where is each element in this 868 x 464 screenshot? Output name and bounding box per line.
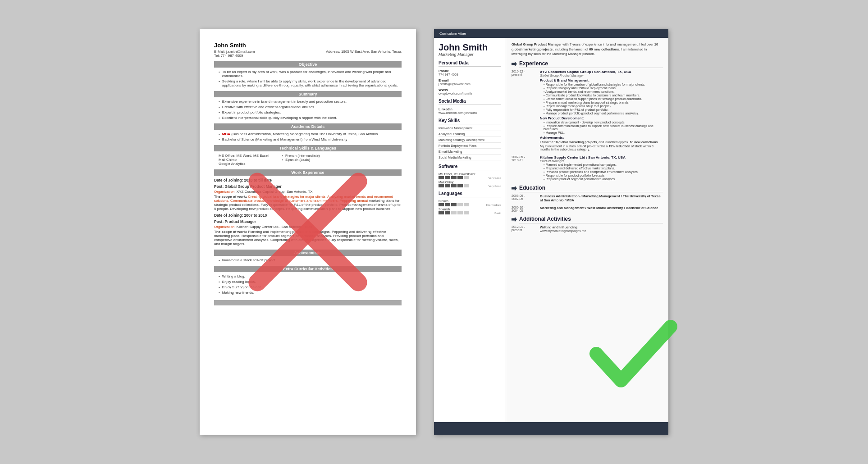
www-value: cv.uptowork.com/j.smith xyxy=(439,92,501,95)
skill-6: Social Media Marketing xyxy=(439,156,501,160)
edu-entry2-date: 2000-10 -2004-05 xyxy=(512,206,536,212)
exp-job2-b3: Provided product portfolios and competit… xyxy=(540,170,663,173)
achievements-header: Achievements xyxy=(214,250,402,256)
bar-b4 xyxy=(457,176,463,179)
exp-job1-ach1: I finalized 10 global marketing projects… xyxy=(540,141,663,144)
acad-1: MBA (Business Administration, Marketing … xyxy=(214,132,402,136)
bar2-b3 xyxy=(451,184,457,187)
obj-bullet-1: To be an expert in my area of work, with… xyxy=(214,70,402,78)
exp-job2: 2007-09 -2010-11 Kitchen Supply Center L… xyxy=(512,155,663,181)
lang1-b1 xyxy=(439,203,444,206)
edu-entry1-row: 2005-09 -2007-05 Business Administration… xyxy=(512,194,663,202)
phone-label: Phone xyxy=(439,69,501,73)
left-resume-wrapper: John Smith E-Mail: j.smith@mail.com Addr… xyxy=(200,29,416,435)
lang1-b5 xyxy=(464,203,469,206)
exp-job1-company: XYZ Cosmetics Capital Group / San Antoni… xyxy=(540,70,663,74)
exp-job2-b1: Planned and implemented promotional camp… xyxy=(540,163,663,166)
edu-entry1-content: Business Administration / Marketing Mana… xyxy=(540,194,663,202)
left-footer-bar xyxy=(214,300,402,305)
lang2-b3 xyxy=(451,211,457,214)
add-section-title: Additional Activities xyxy=(519,216,663,223)
edu-entry2: 2000-10 -2004-05 Marketing and Managemen… xyxy=(512,206,663,212)
exp-job1-sub1-title: Product & Brand Management: xyxy=(540,78,663,82)
edu-entry2-content: Marketing and Management / West Miami Un… xyxy=(540,206,663,212)
lang2-b2 xyxy=(445,211,450,214)
software-1-label: Very Good xyxy=(489,177,501,179)
extra-3: Enjoy Surfing on the net. xyxy=(214,285,402,289)
exp-job2-b5: Prepared product segment performance ana… xyxy=(540,177,663,181)
linkedin-value: www.linkedin.com/johnsutw xyxy=(439,111,501,114)
sum-3: Expert in product portfolio strategies. xyxy=(214,110,402,114)
left-resume: John Smith E-Mail: j.smith@mail.com Addr… xyxy=(200,29,416,435)
left-contact-row: E-Mail: j.smith@mail.com Address: 1905 W… xyxy=(214,50,402,54)
extra-1: Writing a blog. xyxy=(214,274,402,278)
cv-header: Curriculum Vitae xyxy=(434,29,668,38)
skill-3: Marketing Strategy Development xyxy=(439,138,501,143)
add-arrow-icon xyxy=(512,217,517,222)
sum-1: Extensive experience in brand management… xyxy=(214,100,402,104)
edu-section-title: Education xyxy=(519,185,663,192)
lang1-b2 xyxy=(445,203,450,206)
lang2-b4 xyxy=(457,211,463,214)
exp-job1-b7: Project management (teams of up to 5 peo… xyxy=(540,105,663,108)
extra-2: Enjoy reading books. xyxy=(214,280,402,284)
work-job1: Date of Joining: 2010 to till date Post:… xyxy=(214,178,402,211)
left-name: John Smith xyxy=(214,42,402,49)
lang-2-label: Basic xyxy=(494,212,501,214)
lang-1: French Intermediate xyxy=(439,200,501,206)
bar-b5 xyxy=(464,176,469,179)
objective-header: Objective xyxy=(214,61,402,68)
left-address: Address: 1905 W East Ave, San Antonio, T… xyxy=(326,50,402,54)
work-header: Work Experience xyxy=(214,169,402,176)
lang-2-bar: Basic xyxy=(439,211,501,214)
exp-job1-role: Global Group Product Manager xyxy=(540,74,663,77)
bar2-b1 xyxy=(439,184,444,187)
right-resume-wrapper: Curriculum Vitae John Smith Marketing Ma… xyxy=(434,29,668,435)
add-entry1-row: 2012-01 -present Writing and Influencing… xyxy=(512,225,663,232)
www-label: WWW xyxy=(439,88,501,92)
sum-2: Creative with effective and efficient or… xyxy=(214,105,402,109)
bar-b1 xyxy=(439,176,444,179)
cv-label: Curriculum Vitae xyxy=(439,32,466,36)
edu-section-header: Education xyxy=(512,185,663,192)
exp-job2-date: 2007-09 -2010-11 xyxy=(512,155,536,181)
software-1-bar: Very Good xyxy=(439,176,501,179)
acad-2: Bachelor of Science (Marketing and Manag… xyxy=(214,137,402,141)
lang2-b5 xyxy=(464,211,469,214)
add-section-header: Additional Activities xyxy=(512,216,663,223)
cv-body: John Smith Marketing Manager Personal Da… xyxy=(434,38,668,422)
right-name: John Smith xyxy=(439,42,501,52)
exp-section-header: Experience xyxy=(512,60,663,68)
phone-value: 774-987-4009 xyxy=(439,73,501,76)
lang-2: Spanish Basic xyxy=(439,208,501,214)
extra-4: Making new friends. xyxy=(214,291,402,295)
right-title: Marketing Manager xyxy=(439,52,501,57)
add-entry1: 2012-01 -present Writing and Influencing… xyxy=(512,225,663,232)
skills-header: Technical Skills & Languages xyxy=(214,145,402,151)
skills-cols: MS Office: MS Word, MS Excel Mail Chimp … xyxy=(214,154,402,166)
exp-arrow-icon xyxy=(512,61,517,67)
edu-entry1: 2005-09 -2007-05 Business Administration… xyxy=(512,194,663,202)
bar-b3 xyxy=(451,176,457,179)
bar2-b5 xyxy=(464,184,469,187)
exp-job1-b1: Responsible for the creation of global b… xyxy=(540,83,663,86)
exp-job1-header: 2010-12 -present XYZ Cosmetics Capital G… xyxy=(512,70,663,152)
software-2: Mail Chimp Very Good xyxy=(439,181,501,187)
academic-header: Academic Details xyxy=(214,123,402,130)
software-title: Software xyxy=(439,164,501,170)
left-email: E-Mail: j.smith@mail.com xyxy=(214,50,255,54)
skill-4: Portfolio Deployment Plans xyxy=(439,144,501,149)
software-2-label: Very Good xyxy=(489,185,501,187)
skills-col2: • French (intermediate) • Spanish (basic… xyxy=(282,154,320,166)
key-skills-title: Key Skills xyxy=(439,118,501,124)
add-entry1-content: Writing and Influencing www.mymarketingc… xyxy=(540,225,663,232)
exp-job2-role: Product Manager xyxy=(540,159,663,163)
summary-header: Summary xyxy=(214,91,402,97)
exp-job2-content: Kitchen Supply Center Ltd / San Antonio,… xyxy=(540,155,663,181)
right-footer-bar xyxy=(434,422,668,435)
exp-job1-ach-title: Achievements: xyxy=(540,136,663,140)
languages-title: Languages xyxy=(439,191,501,197)
exp-job1-np2: Prepare communication plans to support n… xyxy=(540,124,663,131)
bar-b2 xyxy=(445,176,450,179)
personal-data-title: Personal Data xyxy=(439,60,501,67)
